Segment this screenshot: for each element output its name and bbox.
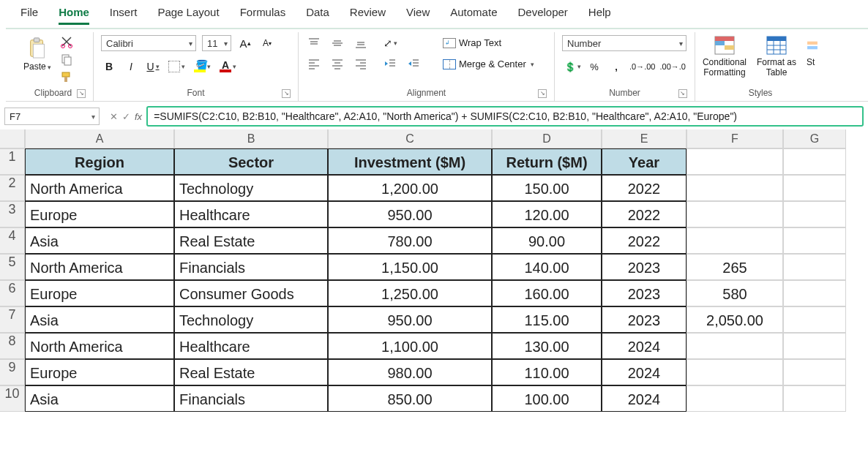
- cell-B7[interactable]: Technology: [174, 306, 328, 333]
- tab-view[interactable]: View: [406, 4, 430, 25]
- format-as-table-button[interactable]: Format as Table: [757, 35, 796, 78]
- borders-button[interactable]: ▾: [167, 59, 187, 75]
- tab-developer[interactable]: Developer: [517, 4, 567, 25]
- column-header-F[interactable]: F: [686, 129, 783, 148]
- cell-F10[interactable]: [686, 385, 783, 412]
- cell-E10[interactable]: 2024: [602, 385, 686, 412]
- cell-B9[interactable]: Real Estate: [174, 359, 328, 385]
- tab-automate[interactable]: Automate: [450, 4, 497, 25]
- cell-G10[interactable]: [783, 385, 846, 412]
- cell-B6[interactable]: Consumer Goods: [174, 280, 328, 306]
- fx-icon[interactable]: fx: [135, 111, 142, 122]
- cell-D5[interactable]: 140.00: [492, 254, 602, 280]
- row-header-5[interactable]: 5: [0, 254, 25, 280]
- cell-B8[interactable]: Healthcare: [174, 333, 328, 359]
- confirm-formula-icon[interactable]: ✓: [122, 111, 130, 122]
- decrease-font-icon[interactable]: A▾: [259, 35, 275, 51]
- cell-F1[interactable]: [686, 148, 783, 175]
- cell-G1[interactable]: [783, 148, 846, 175]
- cell-G8[interactable]: [783, 333, 846, 359]
- cell-D10[interactable]: 100.00: [492, 385, 602, 412]
- row-header-6[interactable]: 6: [0, 280, 25, 306]
- row-header-2[interactable]: 2: [0, 175, 25, 201]
- cell-F9[interactable]: [686, 359, 783, 385]
- cell-G4[interactable]: [783, 227, 846, 254]
- cell-A4[interactable]: Asia: [25, 227, 174, 254]
- tab-file[interactable]: File: [20, 4, 38, 25]
- paste-button[interactable]: Paste▾: [20, 35, 54, 73]
- cut-icon[interactable]: [60, 35, 73, 48]
- cell-A3[interactable]: Europe: [25, 201, 174, 227]
- cell-E3[interactable]: 2022: [602, 201, 686, 227]
- row-header-8[interactable]: 8: [0, 333, 25, 359]
- cell-B4[interactable]: Real Estate: [174, 227, 328, 254]
- increase-decimal-button[interactable]: .0→.00: [628, 59, 656, 75]
- cell-E1[interactable]: Year: [602, 148, 686, 175]
- cell-B1[interactable]: Sector: [174, 148, 328, 175]
- format-painter-icon[interactable]: [60, 70, 73, 83]
- cell-D9[interactable]: 110.00: [492, 359, 602, 385]
- cell-F6[interactable]: 580: [686, 280, 783, 306]
- italic-button[interactable]: I: [123, 59, 139, 75]
- tab-insert[interactable]: Insert: [110, 4, 138, 25]
- font-name-select[interactable]: Calibri: [101, 35, 196, 51]
- cell-G5[interactable]: [783, 254, 846, 280]
- cell-C1[interactable]: Investment ($M): [328, 148, 492, 175]
- cell-C7[interactable]: 950.00: [328, 306, 492, 333]
- column-header-A[interactable]: A: [25, 129, 174, 148]
- cell-D8[interactable]: 130.00: [492, 333, 602, 359]
- align-center-icon[interactable]: [329, 56, 345, 72]
- cell-F2[interactable]: [686, 175, 783, 201]
- cell-C2[interactable]: 1,200.00: [328, 175, 492, 201]
- cell-C10[interactable]: 850.00: [328, 385, 492, 412]
- dialog-launcher-icon[interactable]: ↘: [538, 89, 547, 98]
- wrap-text-button[interactable]: ↲ Wrap Text: [439, 35, 538, 50]
- cell-B10[interactable]: Financials: [174, 385, 328, 412]
- font-size-select[interactable]: 11: [202, 35, 231, 51]
- cell-E4[interactable]: 2022: [602, 227, 686, 254]
- tab-home[interactable]: Home: [59, 4, 89, 25]
- cell-G6[interactable]: [783, 280, 846, 306]
- fill-color-button[interactable]: 🪣▾: [192, 59, 212, 75]
- cell-D2[interactable]: 150.00: [492, 175, 602, 201]
- tab-help[interactable]: Help: [588, 4, 611, 25]
- cell-A7[interactable]: Asia: [25, 306, 174, 333]
- align-middle-icon[interactable]: [329, 35, 345, 51]
- row-header-1[interactable]: 1: [0, 148, 25, 175]
- cell-C9[interactable]: 980.00: [328, 359, 492, 385]
- cell-D6[interactable]: 160.00: [492, 280, 602, 306]
- cell-D4[interactable]: 90.00: [492, 227, 602, 254]
- conditional-formatting-button[interactable]: Conditional Formatting: [703, 35, 747, 78]
- cell-E7[interactable]: 2023: [602, 306, 686, 333]
- cell-C4[interactable]: 780.00: [328, 227, 492, 254]
- column-header-B[interactable]: B: [174, 129, 328, 148]
- cell-A5[interactable]: North America: [25, 254, 174, 280]
- align-bottom-icon[interactable]: [353, 35, 369, 51]
- row-header-9[interactable]: 9: [0, 359, 25, 385]
- cell-E2[interactable]: 2022: [602, 175, 686, 201]
- row-header-7[interactable]: 7: [0, 306, 25, 333]
- accounting-format-button[interactable]: 💲▾: [562, 59, 583, 75]
- cell-G2[interactable]: [783, 175, 846, 201]
- cell-E8[interactable]: 2024: [602, 333, 686, 359]
- decrease-decimal-button[interactable]: .00→.0: [658, 59, 686, 75]
- cell-A6[interactable]: Europe: [25, 280, 174, 306]
- cell-F8[interactable]: [686, 333, 783, 359]
- cell-E9[interactable]: 2024: [602, 359, 686, 385]
- tab-formulas[interactable]: Formulas: [240, 4, 286, 25]
- tab-review[interactable]: Review: [350, 4, 386, 25]
- dialog-launcher-icon[interactable]: ↘: [678, 89, 687, 98]
- cell-styles-button[interactable]: St: [807, 35, 818, 67]
- dialog-launcher-icon[interactable]: ↘: [282, 89, 291, 98]
- tab-data[interactable]: Data: [306, 4, 329, 25]
- cell-E6[interactable]: 2023: [602, 280, 686, 306]
- row-header-10[interactable]: 10: [0, 385, 25, 412]
- cell-F4[interactable]: [686, 227, 783, 254]
- column-header-G[interactable]: G: [783, 129, 846, 148]
- formula-input[interactable]: =SUMIFS(C2:C10, B2:B10, "Healthcare", A2…: [146, 106, 864, 127]
- cell-D3[interactable]: 120.00: [492, 201, 602, 227]
- dialog-launcher-icon[interactable]: ↘: [77, 89, 86, 98]
- cell-F7[interactable]: 2,050.00: [686, 306, 783, 333]
- cell-E5[interactable]: 2023: [602, 254, 686, 280]
- cell-D1[interactable]: Return ($M): [492, 148, 602, 175]
